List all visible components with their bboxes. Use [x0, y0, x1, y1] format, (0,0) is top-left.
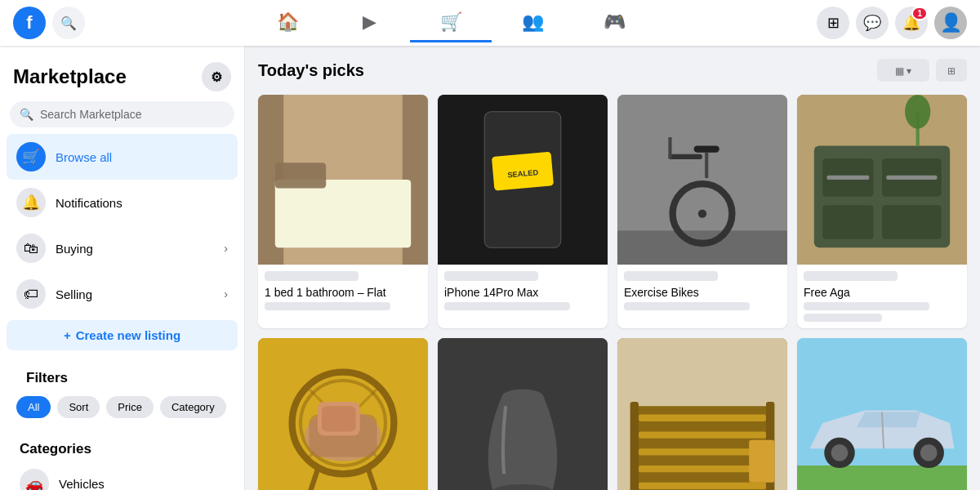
- vehicles-label: Vehicles: [59, 477, 105, 491]
- listings-grid: 1 bed 1 bathroom – Flat SEALED: [258, 95, 967, 490]
- sidebar-item-vehicles[interactable]: 🚗 Vehicles: [10, 461, 234, 490]
- categories-section: Categories 🚗 Vehicles 🏠 Property Rentals…: [7, 425, 238, 490]
- main-content: Today's picks ▦ ▾ ⊞: [245, 46, 980, 490]
- marketplace-title: Marketplace: [13, 65, 127, 88]
- vehicles-icon: 🚗: [20, 469, 49, 490]
- svg-rect-11: [694, 145, 719, 152]
- location-placeholder-0: [265, 302, 390, 310]
- location-placeholder-1: [444, 302, 570, 310]
- listing-card-3[interactable]: Free Aga: [797, 95, 967, 328]
- listing-image-5: [438, 338, 608, 490]
- categories-title: Categories: [10, 431, 234, 461]
- top-navigation: f 🔍 🏠 ▶ 🛒 👥 🎮 ⊞ 💬 🔔 1 👤: [0, 0, 980, 46]
- listing-image-2: [617, 95, 787, 265]
- plus-icon: +: [64, 328, 71, 342]
- sidebar: Marketplace ⚙ 🔍 Search Marketplace 🛒 Bro…: [0, 46, 245, 490]
- picks-controls: ▦ ▾ ⊞: [877, 59, 967, 82]
- svg-rect-3: [275, 180, 411, 247]
- create-listing-button[interactable]: + Create new listing: [7, 320, 238, 350]
- listing-name-1: iPhone 14Pro Max: [444, 286, 601, 299]
- selling-label: Selling: [56, 287, 92, 301]
- picks-view-button[interactable]: ⊞: [936, 59, 967, 82]
- sublocation-placeholder-3: [804, 314, 882, 322]
- search-placeholder-text: Search Marketplace: [40, 108, 142, 121]
- picks-title: Today's picks: [258, 61, 364, 80]
- home-icon: 🏠: [277, 11, 299, 33]
- price-placeholder-0: [265, 271, 359, 281]
- svg-point-56: [920, 444, 938, 461]
- notifications-label: Notifications: [56, 196, 122, 210]
- buying-icon: 🛍: [16, 234, 46, 263]
- view-icon: ⊞: [947, 65, 956, 77]
- listing-info-2: Exercise Bikes: [617, 265, 787, 320]
- nav-gaming-button[interactable]: 🎮: [573, 3, 655, 42]
- notifications-icon: 🔔: [16, 188, 46, 217]
- filter-pill-price[interactable]: Price: [106, 396, 154, 418]
- marketplace-search-bar[interactable]: 🔍 Search Marketplace: [10, 101, 234, 127]
- sidebar-item-notifications[interactable]: 🔔 Notifications: [7, 180, 238, 225]
- svg-rect-10: [617, 230, 787, 265]
- buying-label: Buying: [56, 242, 93, 256]
- nav-groups-button[interactable]: 👥: [492, 3, 573, 42]
- svg-rect-47: [639, 448, 766, 455]
- picks-sort-button[interactable]: ▦ ▾: [877, 59, 929, 82]
- svg-point-54: [831, 444, 849, 461]
- svg-rect-4: [275, 163, 326, 188]
- listing-name-0: 1 bed 1 bathroom – Flat: [265, 286, 421, 299]
- svg-point-26: [905, 95, 930, 129]
- filter-pill-sort[interactable]: Sort: [57, 396, 100, 418]
- svg-rect-50: [749, 440, 774, 483]
- messenger-button[interactable]: 💬: [856, 7, 889, 39]
- listing-image-4: [258, 338, 428, 490]
- selling-icon: 🏷: [16, 279, 46, 309]
- listing-info-1: iPhone 14Pro Max: [438, 265, 608, 320]
- listing-card-0[interactable]: 1 bed 1 bathroom – Flat: [258, 95, 428, 328]
- search-icon: 🔍: [60, 16, 77, 31]
- listing-card-6[interactable]: Bed Frame: [617, 338, 787, 490]
- sort-icon: ▦ ▾: [889, 64, 918, 78]
- apps-grid-button[interactable]: ⊞: [817, 7, 849, 39]
- filter-pill-category[interactable]: Category: [160, 396, 226, 418]
- messenger-icon: 💬: [863, 14, 881, 32]
- sidebar-item-buying[interactable]: 🛍 Buying ›: [7, 225, 238, 271]
- listing-card-5[interactable]: Decorative Vase: [438, 338, 608, 490]
- svg-rect-20: [822, 205, 873, 239]
- svg-rect-52: [797, 466, 967, 490]
- svg-rect-49: [639, 483, 766, 489]
- filter-pill-all[interactable]: All: [16, 396, 51, 418]
- avatar[interactable]: 👤: [934, 7, 967, 39]
- sidebar-item-browse-all[interactable]: 🛒 Browse all: [7, 134, 238, 180]
- price-placeholder-3: [804, 271, 898, 281]
- listing-name-3: Free Aga: [804, 286, 960, 299]
- picks-header: Today's picks ▦ ▾ ⊞: [258, 59, 967, 82]
- browse-all-label: Browse all: [56, 150, 112, 164]
- nav-marketplace-button[interactable]: 🛒: [410, 3, 492, 42]
- listing-info-3: Free Aga: [797, 265, 967, 328]
- svg-rect-46: [639, 431, 766, 438]
- gaming-icon: 🎮: [604, 11, 626, 33]
- filters-title: Filters: [16, 360, 228, 390]
- listing-card-2[interactable]: Exercise Bikes: [617, 95, 787, 328]
- svg-rect-14: [668, 137, 671, 158]
- listing-card-4[interactable]: Rattan Chair: [258, 338, 428, 490]
- chevron-right-icon: ›: [224, 287, 228, 301]
- global-search-button[interactable]: 🔍: [52, 7, 85, 39]
- sidebar-item-selling[interactable]: 🏷 Selling ›: [7, 271, 238, 317]
- svg-rect-45: [639, 415, 766, 421]
- filters-section: Filters All Sort Price Category: [7, 354, 238, 425]
- listing-card-7[interactable]: Convertible Car: [797, 338, 967, 490]
- nav-home-button[interactable]: 🏠: [247, 3, 328, 42]
- listing-image-7: [797, 338, 967, 490]
- svg-rect-13: [668, 154, 702, 159]
- marketplace-settings-button[interactable]: ⚙: [202, 62, 231, 91]
- notifications-button[interactable]: 🔔 1: [895, 7, 928, 39]
- notification-badge: 1: [911, 7, 928, 20]
- price-placeholder-1: [444, 271, 538, 281]
- nav-right-controls: ⊞ 💬 🔔 1 👤: [817, 7, 967, 39]
- nav-video-button[interactable]: ▶: [328, 3, 410, 42]
- svg-rect-23: [826, 176, 869, 180]
- listing-card-1[interactable]: SEALED iPhone 14Pro Max: [438, 95, 608, 328]
- search-icon: 🔍: [20, 108, 33, 121]
- price-placeholder-2: [624, 271, 718, 281]
- facebook-logo[interactable]: f: [13, 7, 46, 39]
